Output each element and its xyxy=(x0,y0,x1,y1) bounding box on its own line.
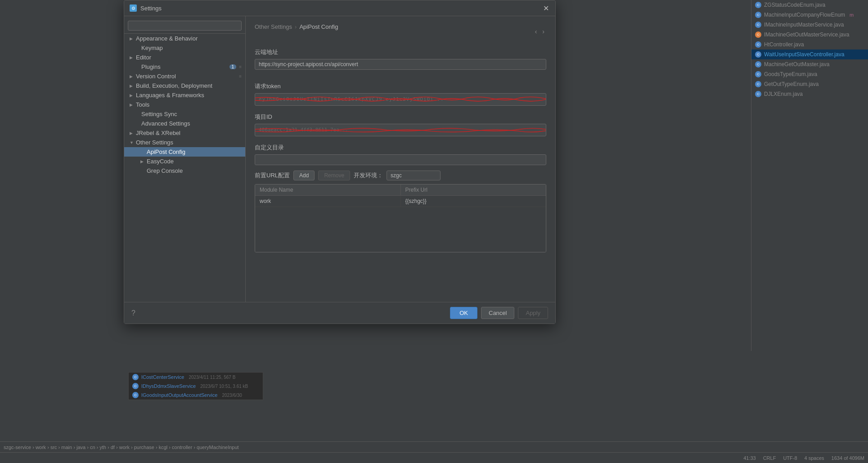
main-content: Other Settings › ApiPost Config ‹ › 云端地址… xyxy=(246,16,555,302)
sidebar-label-tools: Tools xyxy=(136,101,149,108)
file-name-10: DJLXEnum.java xyxy=(764,91,803,97)
sidebar-label-jrebel: JRebel & XRebel xyxy=(136,130,180,136)
file-icon-2: © xyxy=(755,12,761,18)
cloud-url-input[interactable] xyxy=(255,59,546,70)
right-file-item-4[interactable]: © IMachineGetOutMasterService.java xyxy=(751,30,868,40)
prefix-table: Module Name Prefix Url work {{szhgc}} xyxy=(255,184,546,252)
table-row[interactable]: work {{szhgc}} xyxy=(255,196,546,207)
bottom-file-name-3: IGoodsInputOutputAccountService xyxy=(141,392,217,398)
nav-arrows: ‹ › xyxy=(533,27,546,36)
settings-icon: ⚙ xyxy=(130,4,137,12)
bottom-file-icon-2: © xyxy=(132,383,139,389)
statusbar-location: 1634 of 4096M xyxy=(832,455,864,461)
sidebar-item-plugins[interactable]: Plugins 1 ≡ xyxy=(124,62,245,72)
nav-back-button[interactable]: ‹ xyxy=(533,27,539,36)
file-name-6: WaitUseInputSlaveController.java xyxy=(764,51,844,58)
env-label: 开发环境： xyxy=(354,171,383,180)
prefix-table-header: Module Name Prefix Url xyxy=(255,184,546,196)
bottom-file-2[interactable]: © IDhysDdmxSlaveService 2023/6/7 10:51, … xyxy=(129,382,263,391)
sidebar-item-appearance[interactable]: ▶ Appearance & Behavior xyxy=(124,34,245,43)
bottom-file-1[interactable]: © ICostCenterService 2023/4/11 11:25, 56… xyxy=(129,373,263,382)
token-label: 请求token xyxy=(255,82,546,90)
dialog-body: ▶ Appearance & Behavior Keymap ▶ Editor … xyxy=(124,16,555,302)
nav-forward-button[interactable]: › xyxy=(540,27,546,36)
url-config-label: 前置URL配置 xyxy=(255,171,290,180)
vc-icon: ≡ xyxy=(239,74,242,79)
sidebar-label-apipost: ApiPost Config xyxy=(147,148,185,155)
table-header-prefix: Prefix Url xyxy=(401,184,546,195)
plugins-badge: 1 xyxy=(229,64,237,69)
token-text: eyJhbGciOiJIUzI1NiIsInR5cCI6IkpXVCJ9.eyJ… xyxy=(259,96,444,102)
file-icon-5: © xyxy=(755,41,761,48)
right-file-item-1[interactable]: © ZGStatusCodeEnum.java xyxy=(751,0,868,10)
file-name-3: IMachineInputMasterService.java xyxy=(764,22,844,28)
help-icon[interactable]: ? xyxy=(131,309,135,317)
bottom-file-icon-3: © xyxy=(132,392,139,398)
bottom-file-name-2: IDhysDdmxSlaveService xyxy=(141,383,196,389)
sidebar-item-grep-console[interactable]: Grep Console xyxy=(124,166,245,175)
file-name-9: GetOutTypeEnum.java xyxy=(764,81,819,87)
env-input[interactable] xyxy=(387,171,441,180)
file-name-5: HtController.java xyxy=(764,41,804,48)
file-icon-9: © xyxy=(755,81,761,87)
token-display[interactable]: eyJhbGciOiJIUzI1NiIsInR5cCI6IkpXVCJ9.eyJ… xyxy=(255,93,546,106)
right-file-item-7[interactable]: © MachineGetOutMaster.java xyxy=(751,59,868,69)
bottom-file-list: © ICostCenterService 2023/4/11 11:25, 56… xyxy=(128,372,263,400)
statusbar-encoding: UTF-8 xyxy=(783,455,797,461)
project-id-text: 406aeacc-1a31-4ff3-8611-7ea... xyxy=(259,127,348,133)
custom-dir-label: 自定义目录 xyxy=(255,144,546,152)
sidebar-label-plugins: Plugins xyxy=(141,63,161,70)
breadcrumb-bar: szgc-service › work › src › main › java … xyxy=(0,441,868,452)
custom-dir-input[interactable] xyxy=(255,154,546,165)
sidebar-item-editor[interactable]: ▶ Editor xyxy=(124,53,245,62)
sidebar-item-apipost[interactable]: ApiPost Config xyxy=(124,147,245,157)
sidebar-item-settings-sync[interactable]: Settings Sync xyxy=(124,109,245,119)
statusbar-linecol: 41:33 xyxy=(743,455,756,461)
right-file-item-3[interactable]: © IMachineInputMasterService.java xyxy=(751,20,868,30)
dialog-title-left: ⚙ Settings xyxy=(130,4,162,12)
search-input[interactable] xyxy=(128,21,242,31)
table-cell-module: work xyxy=(255,196,401,207)
breadcrumb-path: szgc-service › work › src › main › java … xyxy=(4,445,239,450)
search-box xyxy=(124,18,245,34)
sidebar-item-languages[interactable]: ▶ Languages & Frameworks xyxy=(124,90,245,100)
file-icon-1: © xyxy=(755,2,761,8)
sidebar-item-keymap[interactable]: Keymap xyxy=(124,43,245,53)
sidebar-item-tools[interactable]: ▶ Tools xyxy=(124,100,245,109)
sidebar-item-other-settings[interactable]: ▼ Other Settings xyxy=(124,138,245,147)
bottom-file-icon-1: © xyxy=(132,374,139,380)
arrow-other: ▼ xyxy=(130,140,134,145)
dialog-close-button[interactable]: ✕ xyxy=(542,4,550,12)
file-name-4: IMachineGetOutMasterService.java xyxy=(764,31,849,38)
ok-button[interactable]: OK xyxy=(450,307,477,319)
sidebar-item-build[interactable]: ▶ Build, Execution, Deployment xyxy=(124,81,245,90)
right-file-item-9[interactable]: © GetOutTypeEnum.java xyxy=(751,79,868,89)
right-file-item-8[interactable]: © GoodsTypeEnum.java xyxy=(751,69,868,79)
right-file-item-10[interactable]: © DJLXEnum.java xyxy=(751,89,868,99)
statusbar-indent: 4 spaces xyxy=(805,455,824,461)
arrow-build: ▶ xyxy=(130,84,134,88)
sidebar-item-advanced[interactable]: Advanced Settings xyxy=(124,119,245,128)
sidebar-label-other: Other Settings xyxy=(136,139,173,146)
remove-button: Remove xyxy=(318,171,350,180)
right-file-item-2[interactable]: © MachineInputCompanyFlowEnum m xyxy=(751,10,868,20)
table-empty-space xyxy=(255,207,546,252)
file-name-7: MachineGetOutMaster.java xyxy=(764,61,829,67)
table-header-module: Module Name xyxy=(255,184,401,195)
add-button[interactable]: Add xyxy=(293,171,315,180)
dialog-footer: ? OK Cancel Apply xyxy=(124,302,555,324)
breadcrumb-parent: Other Settings xyxy=(255,23,292,30)
statusbar: 41:33 CRLF UTF-8 4 spaces 1634 of 4096M xyxy=(0,452,868,463)
sidebar-label-sync: Settings Sync xyxy=(141,111,177,117)
sidebar-item-easycode[interactable]: ▶ EasyCode xyxy=(124,157,245,166)
right-file-item-6[interactable]: © WaitUseInputSlaveController.java xyxy=(751,49,868,59)
cancel-button[interactable]: Cancel xyxy=(481,307,514,319)
sidebar-item-jrebel[interactable]: ▶ JRebel & XRebel xyxy=(124,128,245,138)
file-name-2: MachineInputCompanyFlowEnum xyxy=(764,12,845,18)
bottom-file-3[interactable]: © IGoodsInputOutputAccountService 2023/6… xyxy=(129,391,263,400)
sidebar-item-version-control[interactable]: ▶ Version Control ≡ xyxy=(124,72,245,81)
bottom-file-date-1: 2023/4/11 11:25, 567 B xyxy=(189,375,235,380)
right-file-item-5[interactable]: © HtController.java xyxy=(751,40,868,49)
sidebar-label-advanced: Advanced Settings xyxy=(141,120,190,127)
project-id-display[interactable]: 406aeacc-1a31-4ff3-8611-7ea... xyxy=(255,124,546,136)
